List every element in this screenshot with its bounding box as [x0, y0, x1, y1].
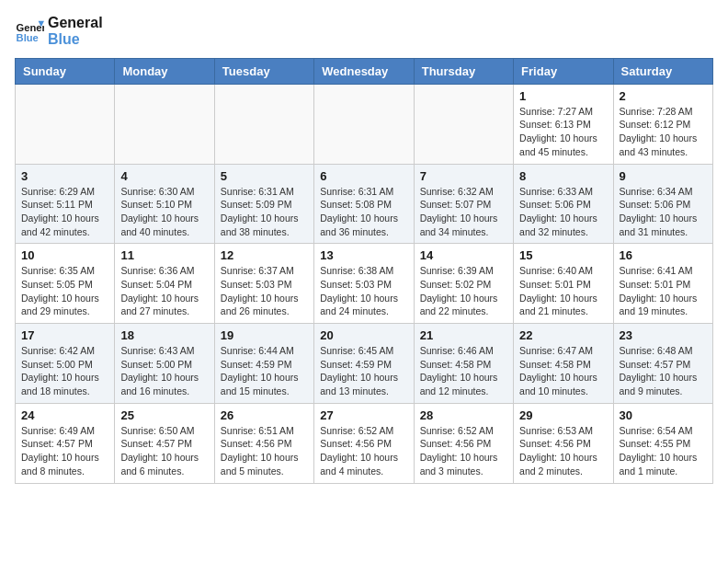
day-cell: 26Sunrise: 6:51 AM Sunset: 4:56 PM Dayli… — [214, 403, 313, 483]
day-number: 14 — [420, 248, 507, 262]
day-number: 13 — [320, 248, 407, 262]
day-number: 26 — [221, 408, 308, 422]
day-number: 5 — [221, 169, 308, 183]
day-number: 18 — [120, 328, 208, 342]
day-info: Sunrise: 6:46 AM Sunset: 4:58 PM Dayligh… — [420, 344, 507, 398]
day-number: 1 — [519, 89, 607, 103]
day-cell: 28Sunrise: 6:52 AM Sunset: 4:56 PM Dayli… — [414, 403, 513, 483]
day-number: 8 — [519, 169, 607, 183]
day-cell: 21Sunrise: 6:46 AM Sunset: 4:58 PM Dayli… — [414, 324, 513, 404]
week-row-1: 1Sunrise: 7:27 AM Sunset: 6:13 PM Daylig… — [16, 84, 713, 164]
day-cell: 8Sunrise: 6:33 AM Sunset: 5:06 PM Daylig… — [514, 164, 613, 244]
day-cell: 13Sunrise: 6:38 AM Sunset: 5:03 PM Dayli… — [314, 244, 414, 324]
day-number: 27 — [320, 408, 407, 422]
day-info: Sunrise: 6:39 AM Sunset: 5:02 PM Dayligh… — [420, 264, 507, 318]
day-info: Sunrise: 6:54 AM Sunset: 4:55 PM Dayligh… — [620, 424, 707, 478]
day-cell: 7Sunrise: 6:32 AM Sunset: 5:07 PM Daylig… — [414, 164, 513, 244]
day-cell: 19Sunrise: 6:44 AM Sunset: 4:59 PM Dayli… — [214, 324, 313, 404]
day-cell — [414, 84, 513, 164]
day-info: Sunrise: 6:40 AM Sunset: 5:01 PM Dayligh… — [519, 264, 607, 318]
day-number: 6 — [320, 169, 407, 183]
day-number: 2 — [620, 89, 707, 103]
day-cell: 6Sunrise: 6:31 AM Sunset: 5:08 PM Daylig… — [314, 164, 414, 244]
day-number: 24 — [21, 408, 108, 422]
day-cell: 27Sunrise: 6:52 AM Sunset: 4:56 PM Dayli… — [314, 403, 414, 483]
day-cell — [314, 84, 414, 164]
day-info: Sunrise: 7:28 AM Sunset: 6:12 PM Dayligh… — [620, 105, 707, 159]
page-header: General Blue General Blue — [15, 15, 713, 49]
day-number: 7 — [420, 169, 507, 183]
week-row-3: 10Sunrise: 6:35 AM Sunset: 5:05 PM Dayli… — [16, 244, 713, 324]
day-info: Sunrise: 6:44 AM Sunset: 4:59 PM Dayligh… — [221, 344, 308, 398]
day-cell: 2Sunrise: 7:28 AM Sunset: 6:12 PM Daylig… — [613, 84, 712, 164]
svg-text:Blue: Blue — [17, 33, 39, 44]
col-header-wednesday: Wednesday — [314, 58, 414, 84]
day-cell: 22Sunrise: 6:47 AM Sunset: 4:58 PM Dayli… — [514, 324, 613, 404]
day-info: Sunrise: 6:29 AM Sunset: 5:11 PM Dayligh… — [21, 185, 108, 239]
col-header-saturday: Saturday — [613, 58, 712, 84]
day-info: Sunrise: 6:41 AM Sunset: 5:01 PM Dayligh… — [620, 264, 707, 318]
day-number: 21 — [420, 328, 507, 342]
day-info: Sunrise: 6:52 AM Sunset: 4:56 PM Dayligh… — [320, 424, 407, 478]
col-header-sunday: Sunday — [16, 58, 115, 84]
day-number: 11 — [120, 248, 208, 262]
day-cell: 15Sunrise: 6:40 AM Sunset: 5:01 PM Dayli… — [514, 244, 613, 324]
day-cell — [16, 84, 115, 164]
day-number: 19 — [221, 328, 308, 342]
week-row-5: 24Sunrise: 6:49 AM Sunset: 4:57 PM Dayli… — [16, 403, 713, 483]
day-info: Sunrise: 6:49 AM Sunset: 4:57 PM Dayligh… — [21, 424, 108, 478]
logo-icon: General Blue — [15, 17, 44, 46]
day-cell: 4Sunrise: 6:30 AM Sunset: 5:10 PM Daylig… — [115, 164, 214, 244]
day-number: 9 — [620, 169, 707, 183]
week-row-4: 17Sunrise: 6:42 AM Sunset: 5:00 PM Dayli… — [16, 324, 713, 404]
day-info: Sunrise: 6:42 AM Sunset: 5:00 PM Dayligh… — [21, 344, 108, 398]
day-cell: 16Sunrise: 6:41 AM Sunset: 5:01 PM Dayli… — [613, 244, 712, 324]
logo-text-blue: Blue — [48, 31, 103, 48]
day-number: 22 — [519, 328, 607, 342]
day-cell — [214, 84, 313, 164]
day-info: Sunrise: 6:43 AM Sunset: 5:00 PM Dayligh… — [120, 344, 208, 398]
day-cell: 1Sunrise: 7:27 AM Sunset: 6:13 PM Daylig… — [514, 84, 613, 164]
col-header-monday: Monday — [115, 58, 214, 84]
day-number: 15 — [519, 248, 607, 262]
logo-text-general: General — [48, 15, 103, 31]
day-info: Sunrise: 6:33 AM Sunset: 5:06 PM Dayligh… — [519, 185, 607, 239]
week-row-2: 3Sunrise: 6:29 AM Sunset: 5:11 PM Daylig… — [16, 164, 713, 244]
col-header-thursday: Thursday — [414, 58, 513, 84]
day-number: 3 — [21, 169, 108, 183]
day-number: 20 — [320, 328, 407, 342]
day-number: 30 — [620, 408, 707, 422]
day-info: Sunrise: 6:38 AM Sunset: 5:03 PM Dayligh… — [320, 264, 407, 318]
day-info: Sunrise: 6:52 AM Sunset: 4:56 PM Dayligh… — [420, 424, 507, 478]
day-cell: 14Sunrise: 6:39 AM Sunset: 5:02 PM Dayli… — [414, 244, 513, 324]
day-number: 17 — [21, 328, 108, 342]
day-info: Sunrise: 6:32 AM Sunset: 5:07 PM Dayligh… — [420, 185, 507, 239]
col-header-tuesday: Tuesday — [214, 58, 313, 84]
day-info: Sunrise: 6:36 AM Sunset: 5:04 PM Dayligh… — [120, 264, 208, 318]
day-info: Sunrise: 6:51 AM Sunset: 4:56 PM Dayligh… — [221, 424, 308, 478]
day-info: Sunrise: 6:48 AM Sunset: 4:57 PM Dayligh… — [620, 344, 707, 398]
day-cell: 20Sunrise: 6:45 AM Sunset: 4:59 PM Dayli… — [314, 324, 414, 404]
day-cell: 12Sunrise: 6:37 AM Sunset: 5:03 PM Dayli… — [214, 244, 313, 324]
day-info: Sunrise: 6:53 AM Sunset: 4:56 PM Dayligh… — [519, 424, 607, 478]
day-cell: 29Sunrise: 6:53 AM Sunset: 4:56 PM Dayli… — [514, 403, 613, 483]
day-cell: 24Sunrise: 6:49 AM Sunset: 4:57 PM Dayli… — [16, 403, 115, 483]
day-info: Sunrise: 6:35 AM Sunset: 5:05 PM Dayligh… — [21, 264, 108, 318]
day-cell: 3Sunrise: 6:29 AM Sunset: 5:11 PM Daylig… — [16, 164, 115, 244]
day-info: Sunrise: 6:37 AM Sunset: 5:03 PM Dayligh… — [221, 264, 308, 318]
calendar-table: SundayMondayTuesdayWednesdayThursdayFrid… — [15, 58, 713, 484]
calendar-header-row: SundayMondayTuesdayWednesdayThursdayFrid… — [16, 58, 713, 84]
day-cell: 17Sunrise: 6:42 AM Sunset: 5:00 PM Dayli… — [16, 324, 115, 404]
day-number: 12 — [221, 248, 308, 262]
day-cell: 5Sunrise: 6:31 AM Sunset: 5:09 PM Daylig… — [214, 164, 313, 244]
day-number: 16 — [620, 248, 707, 262]
day-cell: 9Sunrise: 6:34 AM Sunset: 5:06 PM Daylig… — [613, 164, 712, 244]
logo: General Blue General Blue — [15, 15, 103, 49]
day-number: 10 — [21, 248, 108, 262]
day-cell: 18Sunrise: 6:43 AM Sunset: 5:00 PM Dayli… — [115, 324, 214, 404]
day-cell: 25Sunrise: 6:50 AM Sunset: 4:57 PM Dayli… — [115, 403, 214, 483]
day-info: Sunrise: 6:34 AM Sunset: 5:06 PM Dayligh… — [620, 185, 707, 239]
day-info: Sunrise: 6:30 AM Sunset: 5:10 PM Dayligh… — [120, 185, 208, 239]
day-cell: 10Sunrise: 6:35 AM Sunset: 5:05 PM Dayli… — [16, 244, 115, 324]
day-cell: 30Sunrise: 6:54 AM Sunset: 4:55 PM Dayli… — [613, 403, 712, 483]
